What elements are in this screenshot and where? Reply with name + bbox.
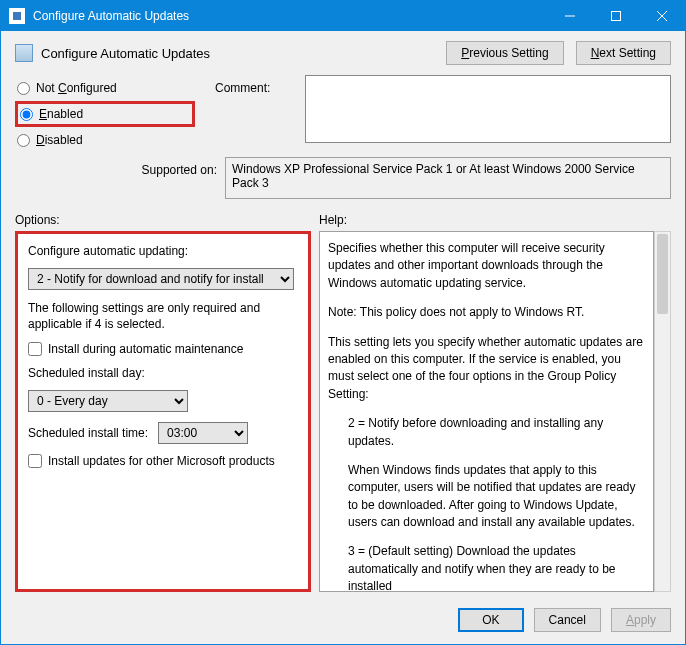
install-day-select[interactable]: 0 - Every day: [28, 390, 188, 412]
help-text: Specifies whether this computer will rec…: [328, 240, 645, 292]
app-icon: [9, 8, 25, 24]
comment-label: Comment:: [215, 75, 305, 153]
radio-not-configured-input[interactable]: [17, 82, 30, 95]
radio-disabled[interactable]: Disabled: [15, 127, 215, 153]
other-products-checkbox-row[interactable]: Install updates for other Microsoft prod…: [28, 454, 298, 468]
policy-icon: [15, 44, 33, 62]
radio-disabled-input[interactable]: [17, 134, 30, 147]
window-title: Configure Automatic Updates: [33, 9, 547, 23]
help-text: When Windows finds updates that apply to…: [328, 462, 645, 532]
help-text: This setting lets you specify whether au…: [328, 334, 645, 404]
maximize-button[interactable]: [593, 1, 639, 31]
minimize-button[interactable]: [547, 1, 593, 31]
svg-rect-2: [612, 12, 621, 21]
radio-enabled[interactable]: Enabled: [15, 101, 195, 127]
configure-updating-label: Configure automatic updating:: [28, 244, 298, 258]
supported-label: Supported on:: [135, 157, 225, 177]
svg-rect-0: [13, 12, 21, 20]
configure-updating-select[interactable]: 2 - Notify for download and notify for i…: [28, 268, 294, 290]
other-products-checkbox-label: Install updates for other Microsoft prod…: [48, 454, 275, 468]
next-setting-button[interactable]: Next Setting: [576, 41, 671, 65]
cancel-button[interactable]: Cancel: [534, 608, 601, 632]
options-section-label: Options:: [15, 213, 319, 227]
help-text: Note: This policy does not apply to Wind…: [328, 304, 645, 321]
options-panel: Configure automatic updating: 2 - Notify…: [15, 231, 311, 592]
maintenance-checkbox[interactable]: [28, 342, 42, 356]
help-text: 3 = (Default setting) Download the updat…: [328, 543, 645, 592]
radio-enabled-input[interactable]: [20, 108, 33, 121]
close-button[interactable]: [639, 1, 685, 31]
help-section-label: Help:: [319, 213, 347, 227]
outer-scrollbar[interactable]: [654, 231, 671, 592]
help-text: 2 = Notify before downloading and instal…: [328, 415, 645, 450]
radio-not-configured[interactable]: Not Configured: [15, 75, 215, 101]
options-hint: The following settings are only required…: [28, 300, 298, 332]
maintenance-checkbox-row[interactable]: Install during automatic maintenance: [28, 342, 298, 356]
install-day-label: Scheduled install day:: [28, 366, 298, 380]
comment-textarea[interactable]: [305, 75, 671, 143]
supported-on-box: Windows XP Professional Service Pack 1 o…: [225, 157, 671, 199]
ok-button[interactable]: OK: [458, 608, 523, 632]
maintenance-checkbox-label: Install during automatic maintenance: [48, 342, 243, 356]
apply-button[interactable]: Apply: [611, 608, 671, 632]
install-time-select[interactable]: 03:00: [158, 422, 248, 444]
help-panel[interactable]: Specifies whether this computer will rec…: [319, 231, 654, 592]
other-products-checkbox[interactable]: [28, 454, 42, 468]
page-title: Configure Automatic Updates: [41, 46, 446, 61]
previous-setting-button[interactable]: Previous Setting: [446, 41, 563, 65]
titlebar: Configure Automatic Updates: [1, 1, 685, 31]
install-time-label: Scheduled install time:: [28, 426, 148, 440]
